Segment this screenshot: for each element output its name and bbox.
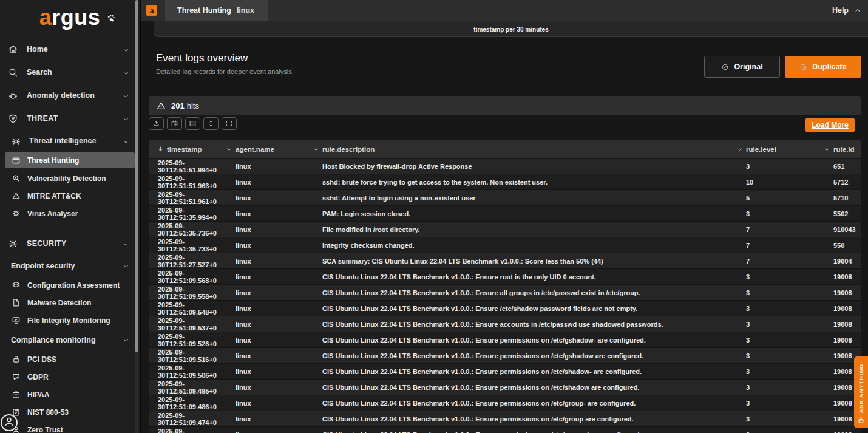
sidebar-item-home[interactable]: Home xyxy=(0,38,140,61)
sidebar-item-threat[interactable]: THREAT xyxy=(0,107,140,130)
cell-desc: Host Blocked by firewall-drop Active Res… xyxy=(322,163,746,170)
cell-ts: 2025-09-30T12:51:09.486+0 xyxy=(149,396,236,411)
virus-icon xyxy=(12,209,21,218)
cell-agent: linux xyxy=(236,305,322,312)
sidebar-item-hipaa[interactable]: HIPAA xyxy=(0,386,140,403)
sidebar-item-malware-detection[interactable]: Malware Detection xyxy=(0,294,140,312)
table-row[interactable]: 2025-09-30T12:51:09.506+0linuxCIS Ubuntu… xyxy=(149,363,861,379)
sidebar-item-threat-hunting[interactable]: Threat Hunting xyxy=(5,152,135,168)
original-button-label: Original xyxy=(734,63,762,71)
search-icon xyxy=(8,67,18,78)
cell-agent: linux xyxy=(236,194,322,202)
column-header-timestamp[interactable]: timestamp xyxy=(149,145,236,153)
sidebar-item-security[interactable]: SECURITY xyxy=(0,232,140,255)
table-row[interactable]: 2025-09-30T12:51:09.495+0linuxCIS Ubuntu… xyxy=(149,379,861,395)
cell-desc: CIS Ubuntu Linux 22.04 LTS Benchmark v1.… xyxy=(322,336,746,344)
ask-anything-tab[interactable]: ASK ANYTHING xyxy=(854,356,868,428)
chevron-down-icon xyxy=(122,115,130,123)
table-row[interactable]: 2025-09-30T12:51:51.994+0linuxHost Block… xyxy=(149,158,861,174)
original-button[interactable]: Original xyxy=(704,56,780,78)
table-row[interactable]: 2025-09-30T12:51:27.527+0linuxSCA summar… xyxy=(149,253,861,268)
cell-level: 3 xyxy=(746,305,833,312)
sidebar-item-label: Search xyxy=(27,68,52,77)
table-row[interactable]: 2025-09-30T12:51:51.961+0linuxsshd: Atte… xyxy=(149,189,861,205)
sidebar-item-compliance-monitoring[interactable]: Compliance monitoring xyxy=(0,329,140,350)
cell-ts: 2025-09-30T12:51:09.548+0 xyxy=(149,301,236,316)
spider-icon xyxy=(11,136,21,146)
chevron-down-icon xyxy=(312,145,320,153)
sidebar-item-search[interactable]: Search xyxy=(0,61,140,84)
sidebar-item-pci-dss[interactable]: PCI DSS xyxy=(0,350,140,368)
sidebar: argus HomeSearchAnomaly detectionTHREATT… xyxy=(0,0,141,433)
sidebar-item-file-integrity-monitoring[interactable]: File Integrity Monitoring xyxy=(0,312,140,329)
window-alert-icon xyxy=(12,156,21,165)
shield-badge-icon xyxy=(8,114,18,124)
sidebar-item-anomaly-detection[interactable]: Anomaly detection xyxy=(0,84,140,107)
sidebar-scrollbar[interactable] xyxy=(135,0,138,433)
avatar[interactable] xyxy=(1,414,18,431)
cell-ts: 2025-09-30T12:51:35.994+0 xyxy=(149,206,236,221)
table-row[interactable]: 2025-09-30T12:51:09.558+0linuxCIS Ubuntu… xyxy=(149,284,861,300)
sidebar-item-mitre-attack[interactable]: MITRE ATT&CK xyxy=(0,187,140,205)
cell-agent: linux xyxy=(236,400,322,407)
column-header-rule-level[interactable]: rule.level xyxy=(746,146,833,153)
table-row[interactable]: 2025-09-30T12:51:09.516+0linuxCIS Ubuntu… xyxy=(149,347,861,363)
row-height-button[interactable] xyxy=(203,117,219,130)
argus-logo[interactable]: argus xyxy=(0,0,140,35)
table-rows-button[interactable] xyxy=(185,117,200,130)
sidebar-item-vulnerability-detection[interactable]: Vulnerability Detection xyxy=(0,169,140,187)
app-mini-logo[interactable]: a xyxy=(146,5,157,16)
warning-triangle-icon xyxy=(12,191,21,200)
table-row[interactable]: 2025-09-30T12:51:09.548+0linuxCIS Ubuntu… xyxy=(149,300,861,316)
cell-ts: 2025-09-30T12:51:35.733+0 xyxy=(149,238,236,253)
cell-level: 3 xyxy=(746,273,833,281)
table-row[interactable]: 2025-09-30T12:51:35.733+0linuxIntegrity … xyxy=(149,237,861,253)
table-row[interactable]: 2025-09-30T12:51:51.963+0linuxsshd: brut… xyxy=(149,174,861,189)
cell-ts: 2025-09-30T12:51:51.994+0 xyxy=(149,159,236,174)
table-row[interactable]: 2025-09-30T12:51:35.994+0linuxPAM: Login… xyxy=(149,205,861,221)
cell-desc: Integrity checksum changed. xyxy=(322,242,746,249)
sidebar-item-zero-trust[interactable]: Zero Trust xyxy=(0,421,140,433)
sidebar-scrollbar-thumb[interactable] xyxy=(135,0,138,352)
cell-agent: linux xyxy=(236,415,322,423)
cell-id: 5502 xyxy=(833,210,861,217)
table-row[interactable]: 2025-09-30T12:51:09.537+0linuxCIS Ubuntu… xyxy=(149,316,861,332)
cell-id: 19008 xyxy=(833,336,861,344)
table-row[interactable]: 2025-09-30T12:51:09.568+0linuxCIS Ubuntu… xyxy=(149,268,861,284)
table-row[interactable]: 2025-09-30T12:51:09.486+0linuxCIS Ubuntu… xyxy=(149,395,861,411)
export-button[interactable] xyxy=(149,117,164,130)
fullscreen-button[interactable] xyxy=(222,117,237,130)
duplicate-button[interactable]: Duplicate xyxy=(785,56,861,78)
sidebar-item-endpoint-security[interactable]: Endpoint security xyxy=(0,255,140,276)
table-toolbar xyxy=(149,117,237,130)
help-button[interactable]: Help xyxy=(832,6,862,15)
table-row[interactable]: 2025-09-30T12:51:35.736+0linuxFile modif… xyxy=(149,221,861,237)
tab-title: Threat Hunting xyxy=(177,6,231,15)
cell-ts: 2025-09-30T12:51:27.527+0 xyxy=(149,254,236,268)
column-header-agent-name[interactable]: agent.name xyxy=(236,146,322,153)
sidebar-item-label: Endpoint security xyxy=(11,262,75,270)
table-row[interactable]: 2025-09-30T12:51:09.526+0linuxCIS Ubuntu… xyxy=(149,332,861,347)
column-header-rule-id[interactable]: rule.id xyxy=(833,146,861,153)
sidebar-item-virus-analyser[interactable]: Virus Analyser xyxy=(0,205,140,222)
medical-box-icon xyxy=(12,390,21,399)
cell-id: 19008 xyxy=(833,289,861,296)
table-row[interactable]: 2025-09-30T12:51:09.463+0linuxCIS Ubuntu… xyxy=(149,426,861,433)
chevron-down-icon xyxy=(122,240,130,248)
logo-text: rgus xyxy=(52,5,100,30)
column-header-rule-description[interactable]: rule.description xyxy=(322,146,746,153)
sidebar-item-threat-intelligence[interactable]: Threat intelligence xyxy=(0,130,140,152)
sidebar-item-configuration-assessment[interactable]: Configuration Assessment xyxy=(0,276,140,294)
sidebar-item-gdpr[interactable]: GDPR xyxy=(0,368,140,386)
cell-desc: CIS Ubuntu Linux 22.04 LTS Benchmark v1.… xyxy=(322,289,746,296)
cell-desc: CIS Ubuntu Linux 22.04 LTS Benchmark v1.… xyxy=(322,352,746,360)
cell-agent: linux xyxy=(236,210,322,217)
load-more-button[interactable]: Load More xyxy=(805,118,855,132)
calendar-gear-button[interactable] xyxy=(167,117,182,130)
sidebar-item-nist-800-53[interactable]: NIST 800-53 xyxy=(0,403,140,421)
duplicate-button-label: Duplicate xyxy=(812,63,846,71)
tab-threat-hunting[interactable]: Threat Hunting linux xyxy=(165,0,268,21)
cell-level: 3 xyxy=(746,415,833,423)
cell-desc: CIS Ubuntu Linux 22.04 LTS Benchmark v1.… xyxy=(322,321,746,328)
table-row[interactable]: 2025-09-30T12:51:09.474+0linuxCIS Ubuntu… xyxy=(149,411,861,426)
